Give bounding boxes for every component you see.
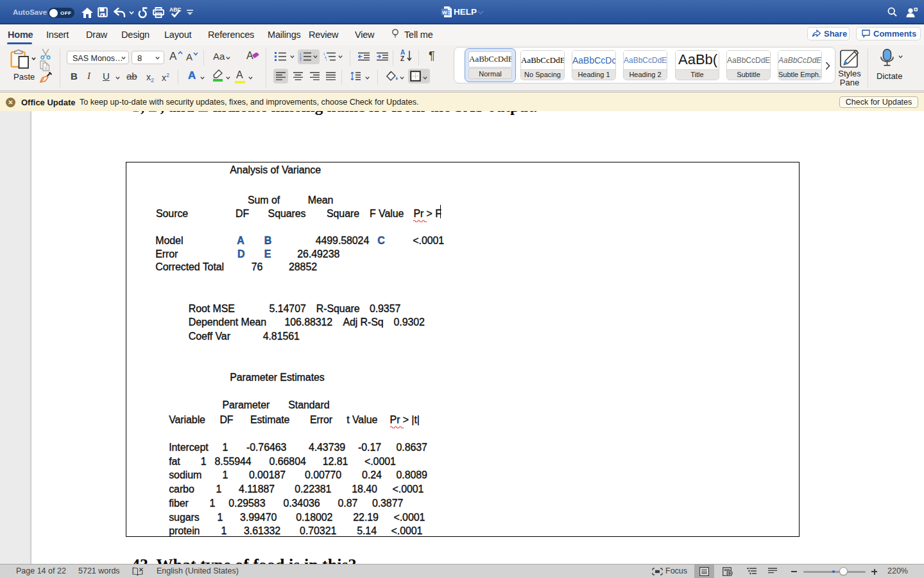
svg-text:i: i	[326, 58, 327, 61]
svg-text:W: W	[442, 10, 447, 15]
svg-text:3: 3	[300, 58, 302, 61]
